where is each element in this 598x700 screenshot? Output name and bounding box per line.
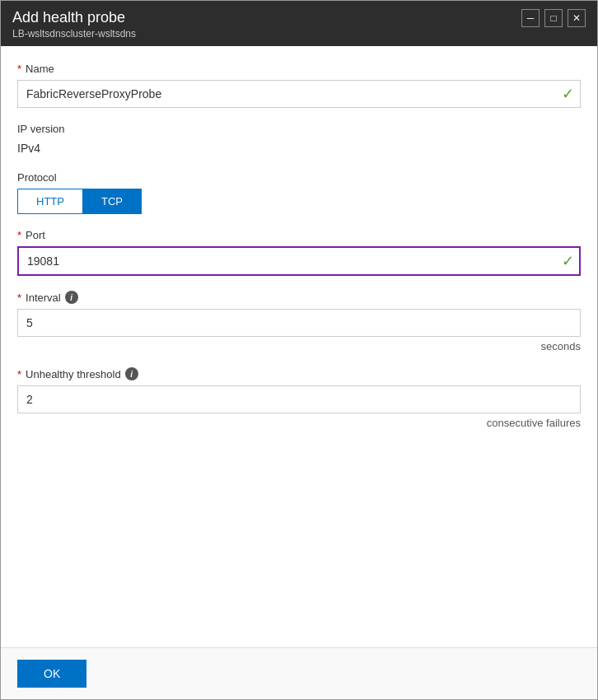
name-label: * Name (17, 63, 581, 75)
form-content: * Name ✓ IP version IPv4 Protocol HTTP T… (1, 46, 597, 647)
port-check-icon: ✓ (562, 252, 574, 270)
port-field-group: * Port ✓ (17, 229, 581, 276)
name-input-wrapper: ✓ (17, 80, 581, 108)
protocol-label-text: Protocol (17, 171, 57, 184)
title-bar-text: Add health probe LB-wsltsdnscluster-wslt… (12, 9, 136, 40)
name-input[interactable] (17, 80, 581, 108)
minimize-button[interactable]: ─ (521, 9, 540, 27)
add-health-probe-dialog: Add health probe LB-wsltsdnscluster-wslt… (0, 0, 598, 700)
interval-required-star: * (17, 292, 21, 304)
maximize-button[interactable]: □ (544, 9, 563, 27)
unhealthy-label-text: Unhealthy threshold (26, 368, 121, 380)
protocol-buttons: HTTP TCP (17, 189, 581, 214)
port-input-wrapper: ✓ (17, 246, 581, 276)
name-required-star: * (17, 63, 21, 75)
port-label: * Port (17, 229, 581, 241)
interval-label-text: Interval (26, 292, 61, 304)
protocol-http-button[interactable]: HTTP (17, 189, 82, 214)
ip-version-value: IPv4 (17, 140, 581, 156)
unhealthy-threshold-field-group: * Unhealthy threshold i consecutive fail… (17, 367, 581, 429)
protocol-tcp-button[interactable]: TCP (82, 189, 142, 214)
title-bar: Add health probe LB-wsltsdnscluster-wslt… (1, 1, 597, 46)
ip-version-label-text: IP version (17, 123, 65, 135)
port-label-text: Port (26, 229, 45, 241)
unhealthy-info-icon[interactable]: i (125, 367, 138, 380)
ip-version-label: IP version (17, 123, 581, 135)
interval-label: * Interval i (17, 291, 581, 304)
dialog-title: Add health probe (12, 9, 136, 26)
unhealthy-input[interactable] (17, 385, 581, 413)
interval-input[interactable] (17, 309, 581, 337)
name-field-group: * Name ✓ (17, 63, 581, 108)
close-button[interactable]: ✕ (568, 9, 586, 27)
port-input[interactable] (17, 246, 581, 276)
ip-version-field-group: IP version IPv4 (17, 123, 581, 156)
interval-info-icon[interactable]: i (65, 291, 78, 304)
unhealthy-label: * Unhealthy threshold i (17, 367, 581, 380)
name-check-icon: ✓ (562, 85, 574, 103)
dialog-subtitle: LB-wsltsdnscluster-wsltsdns (12, 28, 136, 40)
protocol-field-group: Protocol HTTP TCP (17, 171, 581, 214)
name-label-text: Name (26, 63, 54, 75)
unhealthy-required-star: * (17, 368, 21, 380)
unhealthy-suffix: consecutive failures (17, 417, 581, 429)
port-required-star: * (17, 229, 21, 241)
ok-button[interactable]: OK (17, 660, 86, 688)
title-bar-controls: ─ □ ✕ (521, 9, 586, 27)
interval-suffix: seconds (17, 340, 581, 352)
interval-field-group: * Interval i seconds (17, 291, 581, 352)
dialog-footer: OK (1, 647, 597, 699)
protocol-label: Protocol (17, 171, 581, 184)
